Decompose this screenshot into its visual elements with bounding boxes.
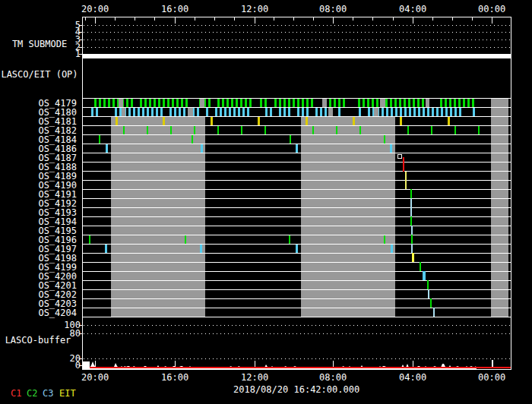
os-row-separator — [82, 116, 511, 117]
os-activity-bar — [432, 108, 434, 116]
os-activity-tick — [200, 245, 202, 253]
os-activity-bar — [288, 99, 290, 107]
os-activity-bar — [240, 99, 242, 107]
os-activity-bar — [126, 99, 128, 107]
os-activity-bar — [242, 108, 245, 116]
os-activity-bar — [231, 99, 233, 107]
os-activity-bar — [160, 108, 163, 116]
os-row-separator — [82, 189, 511, 190]
os-activity-bar — [181, 99, 183, 107]
os-activity-bar — [172, 99, 174, 107]
os-activity-bar — [372, 99, 374, 107]
time-label-top: 12:00 — [241, 5, 268, 14]
tm-submode-ytick — [79, 39, 82, 40]
buffer-gridline — [84, 325, 511, 326]
os-activity-tick — [163, 117, 165, 125]
os-activity-bar — [283, 108, 286, 116]
telemetry-gap-hole — [200, 99, 204, 107]
lasco-buffer-label: LASCO-buffer — [0, 336, 76, 345]
top-axis-minor-tick — [214, 17, 215, 21]
os-row-separator — [82, 153, 511, 153]
os-activity-bar — [320, 108, 322, 116]
top-axis-minor-tick — [293, 17, 294, 21]
os-activity-bar — [454, 99, 456, 107]
os-activity-bar — [140, 99, 142, 107]
os-activity-bar — [440, 99, 442, 107]
os-row-separator — [82, 144, 511, 144]
os-activity-tick — [391, 245, 393, 253]
os-activity-bar — [249, 99, 252, 107]
os-sequence-mark — [428, 289, 429, 298]
os-row-separator — [82, 98, 511, 99]
os-activity-bar — [450, 108, 452, 116]
legend-item-c1: C1 — [11, 389, 21, 398]
buffer-ytick — [79, 325, 82, 326]
os-activity-bar — [302, 108, 304, 116]
os-activity-bar — [404, 108, 407, 116]
os-row-separator — [82, 271, 511, 272]
tm-submode-label: TM SUBMODE — [0, 39, 79, 49]
telemetry-timeline-screen: 20:0020:0016:0016:0012:0012:0008:0008:00… — [0, 0, 532, 404]
os-activity-bar — [368, 108, 370, 116]
os-activity-bar — [128, 108, 131, 116]
buffer-bottom-axis — [82, 369, 511, 370]
os-activity-bar — [156, 108, 158, 116]
os-activity-bar — [454, 108, 457, 116]
os-row-separator — [82, 125, 511, 126]
os-activity-bar — [279, 99, 281, 107]
os-activity-bar — [222, 99, 224, 107]
os-activity-bar — [408, 99, 410, 107]
os-activity-bar — [436, 108, 439, 116]
os-activity-bar — [274, 99, 277, 107]
top-axis-minor-tick — [313, 17, 314, 21]
os-activity-tick — [431, 126, 432, 134]
os-activity-tick — [290, 135, 291, 144]
os-row-separator — [82, 235, 511, 235]
time-label-top: 04:00 — [399, 5, 426, 14]
timestamp: 2018/08/20 16:42:00.000 — [233, 385, 359, 394]
os-activity-tick — [353, 117, 355, 125]
top-axis-minor-tick — [274, 17, 274, 21]
time-label-top: 08:00 — [319, 5, 347, 14]
os-activity-bar — [149, 99, 151, 107]
legend-item-c3: C3 — [43, 389, 53, 398]
os-row-separator — [82, 107, 511, 108]
os-activity-bar — [183, 108, 185, 116]
os-activity-tick — [296, 144, 298, 153]
os-activity-bar — [338, 99, 340, 107]
top-axis-minor-tick — [85, 17, 86, 21]
tm-submode-gridline — [84, 39, 511, 40]
os-activity-bar — [245, 99, 247, 107]
os-activity-bar — [147, 108, 149, 116]
os-activity-bar — [315, 108, 318, 116]
os-activity-bar — [112, 99, 115, 107]
sequence-start-marker — [397, 154, 402, 159]
os-row-separator — [82, 298, 511, 299]
os-row-separator — [82, 162, 511, 163]
os-activity-bar — [163, 99, 165, 107]
os-activity-tick — [448, 117, 450, 125]
os-activity-tick — [99, 135, 100, 144]
os-activity-tick — [147, 126, 148, 134]
os-activity-tick — [478, 126, 480, 134]
os-activity-bar — [394, 99, 397, 107]
plot-area: 20:0020:0016:0016:0012:0012:0008:0008:00… — [0, 0, 532, 404]
os-activity-bar — [279, 108, 281, 116]
os-row-separator — [82, 308, 511, 308]
os-activity-bar — [441, 108, 443, 116]
os-activity-bar — [288, 108, 290, 116]
legend-item-c2: C2 — [27, 389, 37, 398]
os-activity-bar — [472, 99, 474, 107]
os-activity-bar — [413, 108, 416, 116]
time-label-top: 00:00 — [478, 5, 505, 14]
telemetry-gap-hole — [328, 108, 333, 116]
telemetry-gap-hole — [374, 108, 378, 116]
os-sequence-mark — [403, 157, 404, 172]
buffer-gridline — [84, 333, 511, 334]
os-activity-bar — [154, 99, 156, 107]
top-axis-minor-tick — [135, 17, 135, 21]
os-activity-tick — [400, 117, 402, 125]
top-axis-minor-tick — [372, 17, 373, 21]
os-activity-bar — [144, 99, 147, 107]
os-row-separator — [82, 226, 511, 226]
